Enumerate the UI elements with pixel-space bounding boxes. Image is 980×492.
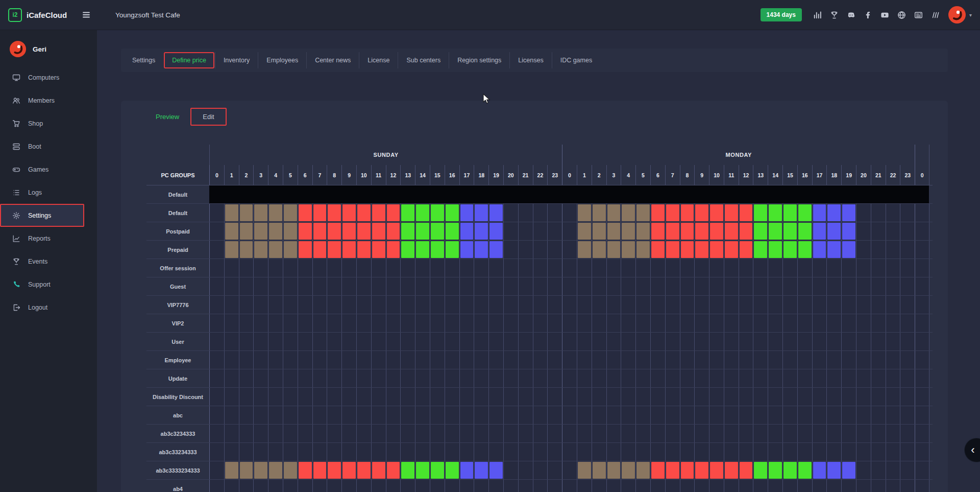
price-cell[interactable] [768,333,782,350]
price-cell[interactable] [797,222,812,240]
price-cell[interactable] [797,443,812,461]
price-cell[interactable] [533,204,548,222]
price-cell[interactable] [268,443,283,461]
price-cell[interactable] [724,204,739,222]
price-cell[interactable] [621,461,635,479]
price-cell[interactable] [709,443,724,461]
price-cell[interactable] [753,204,768,222]
price-cell[interactable] [621,443,635,461]
price-cell[interactable] [430,241,445,259]
price-cell[interactable] [430,277,445,295]
price-cell[interactable] [665,480,680,492]
price-cell[interactable] [592,204,606,222]
price-cell[interactable] [915,443,929,461]
price-cell[interactable] [224,259,239,277]
price-cell[interactable] [341,480,356,492]
price-cell[interactable] [533,259,548,277]
price-cell[interactable] [239,351,254,369]
price-cell[interactable] [547,277,562,295]
price-cell[interactable] [283,369,298,387]
price-cell[interactable] [665,204,680,222]
price-cell[interactable] [606,259,621,277]
price-cell[interactable] [665,461,680,479]
price-cell[interactable] [841,241,856,259]
tab-employees[interactable]: Employees [258,52,306,68]
sidebar-item-reports[interactable]: Reports [0,227,97,250]
price-cell[interactable] [283,259,298,277]
price-cell[interactable] [503,406,518,424]
price-cell[interactable] [341,388,356,406]
price-cell[interactable] [430,314,445,332]
price-cell[interactable] [547,369,562,387]
price-cell[interactable] [753,222,768,240]
price-cell[interactable] [371,480,386,492]
price-cell[interactable] [650,204,665,222]
price-cell[interactable] [694,388,709,406]
price-cell[interactable] [665,314,680,332]
price-cell[interactable] [680,461,695,479]
price-cell[interactable] [841,204,856,222]
price-cell[interactable] [694,369,709,387]
price-cell[interactable] [592,241,606,259]
price-cell[interactable] [665,369,680,387]
price-cell[interactable] [298,425,312,442]
price-cell[interactable] [533,369,548,387]
price-cell[interactable] [209,351,224,369]
price-cell[interactable] [209,296,224,314]
price-cell[interactable] [268,388,283,406]
price-cell[interactable] [503,461,518,479]
price-cell[interactable] [209,406,224,424]
price-cell[interactable] [209,333,224,350]
price-cell[interactable] [209,369,224,387]
price-cell[interactable] [312,333,327,350]
price-cell[interactable] [547,351,562,369]
price-cell[interactable] [724,259,739,277]
price-cell[interactable] [900,314,915,332]
price-cell[interactable] [224,241,239,259]
price-cell[interactable] [900,259,915,277]
price-cell[interactable] [298,222,312,240]
price-cell[interactable] [606,480,621,492]
price-cell[interactable] [386,204,401,222]
price-cell[interactable] [371,333,386,350]
price-cell[interactable] [239,333,254,350]
price-cell[interactable] [209,425,224,442]
price-cell[interactable] [635,204,650,222]
price-cell[interactable] [253,369,268,387]
price-cell[interactable] [253,296,268,314]
price-cell[interactable] [709,461,724,479]
price-cell[interactable] [694,277,709,295]
price-cell[interactable] [856,443,871,461]
price-cell[interactable] [768,241,782,259]
price-cell[interactable] [400,351,415,369]
trophy-icon[interactable] [830,11,839,19]
price-cell[interactable] [841,388,856,406]
price-cell[interactable] [518,369,533,387]
news-icon[interactable] [914,11,923,19]
price-cell[interactable] [503,277,518,295]
price-cell[interactable] [856,461,871,479]
price-cell[interactable] [327,333,341,350]
price-cell[interactable] [474,406,488,424]
price-cell[interactable] [298,277,312,295]
price-cell[interactable] [547,461,562,479]
price-cell[interactable] [635,425,650,442]
price-cell[interactable] [283,443,298,461]
price-cell[interactable] [371,296,386,314]
price-cell[interactable] [474,204,488,222]
price-cell[interactable] [268,296,283,314]
price-cell[interactable] [665,222,680,240]
price-cell[interactable] [533,388,548,406]
price-cell[interactable] [694,314,709,332]
price-cell[interactable] [356,480,371,492]
price-cell[interactable] [327,406,341,424]
price-cell[interactable] [341,259,356,277]
price-cell[interactable] [430,369,445,387]
price-cell[interactable] [886,480,900,492]
price-cell[interactable] [356,425,371,442]
price-cell[interactable] [341,296,356,314]
price-cell[interactable] [415,277,430,295]
price-cell[interactable] [474,461,488,479]
price-cell[interactable] [312,425,327,442]
price-cell[interactable] [400,443,415,461]
